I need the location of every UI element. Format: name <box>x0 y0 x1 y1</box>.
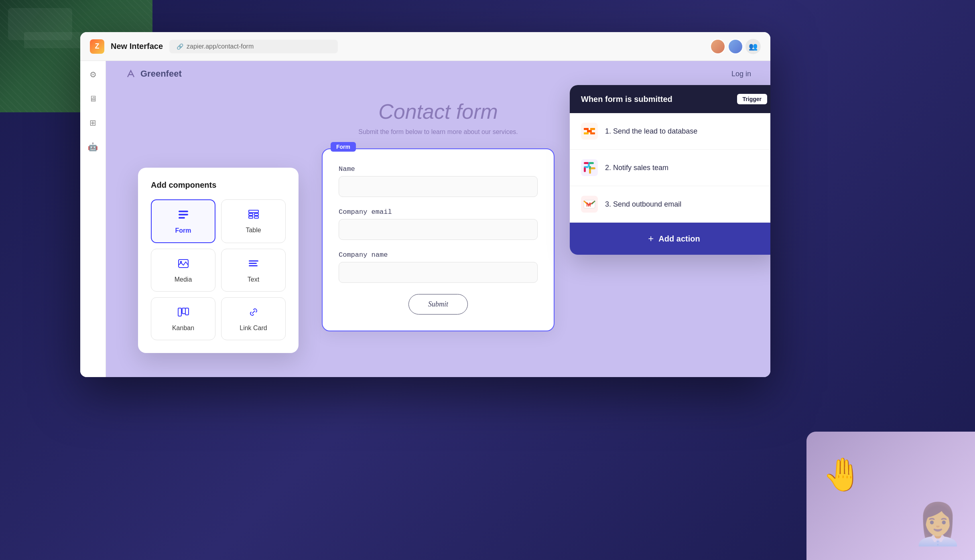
automation-panel: When form is submitted Trigger <box>570 85 770 255</box>
svg-rect-4 <box>249 213 253 215</box>
interface-header: Greenfeet Log in <box>106 61 770 87</box>
component-media[interactable]: Media <box>151 249 215 292</box>
field-email-label: Company email <box>339 208 538 216</box>
field-company-input[interactable] <box>339 262 538 283</box>
browser-window: Z New Interface 🔗 zapier.app/contact-for… <box>80 32 770 377</box>
panel-title: Add components <box>151 181 286 190</box>
sidebar-display-icon[interactable]: 🖥 <box>86 91 100 106</box>
svg-rect-20 <box>587 130 592 132</box>
svg-rect-16 <box>584 128 589 130</box>
svg-rect-12 <box>249 265 258 266</box>
browser-title: New Interface <box>111 42 163 51</box>
svg-rect-18 <box>584 132 589 134</box>
add-action-button[interactable]: + Add action <box>570 223 770 255</box>
svg-rect-11 <box>249 263 257 264</box>
avatar-user1 <box>710 39 725 54</box>
components-grid: Form Table <box>151 199 286 340</box>
svg-rect-15 <box>185 308 189 315</box>
svg-text:M: M <box>586 201 591 208</box>
url-icon: 🔗 <box>177 43 183 50</box>
form-label: Form <box>175 227 191 234</box>
svg-rect-13 <box>178 308 181 316</box>
media-label: Media <box>175 276 192 283</box>
svg-rect-26 <box>589 169 591 174</box>
text-label: Text <box>248 276 259 283</box>
field-email: Company email <box>339 208 538 240</box>
action-item-1[interactable]: 1. Send the lead to database <box>570 113 770 150</box>
action-3-label: 3. Send outbound email <box>605 200 681 209</box>
svg-rect-25 <box>591 167 595 169</box>
browser-chrome: Z New Interface 🔗 zapier.app/contact-for… <box>80 32 770 61</box>
left-sidebar: ⚙ 🖥 ⊞ 🤖 <box>80 61 106 377</box>
kanban-label: Kanban <box>172 325 194 332</box>
add-action-plus-icon: + <box>648 233 654 244</box>
brand-icon <box>125 68 136 79</box>
link-card-label: Link Card <box>240 325 267 332</box>
action-item-3[interactable]: M 3. Send outbound email <box>570 186 770 223</box>
avatar-user2 <box>728 39 743 54</box>
field-company-label: Company name <box>339 251 538 259</box>
automation-trigger-title: When form is submitted <box>581 95 672 104</box>
form-subtitle: Submit the form below to learn more abou… <box>358 128 518 136</box>
svg-rect-6 <box>249 216 253 218</box>
sidebar-components-icon[interactable]: ⊞ <box>86 116 100 130</box>
avatar-group: 👥 <box>710 39 761 54</box>
submit-button[interactable]: Submit <box>408 294 468 314</box>
sidebar-automation-icon[interactable]: 🤖 <box>86 140 100 154</box>
table-icon <box>247 208 260 223</box>
component-link-card[interactable]: Link Card <box>221 297 286 340</box>
login-button[interactable]: Log in <box>731 70 751 78</box>
svg-rect-10 <box>249 260 258 262</box>
action-1-label: 1. Send the lead to database <box>605 127 697 136</box>
svg-rect-1 <box>179 214 188 215</box>
zapier-action-icon <box>581 123 598 140</box>
svg-point-9 <box>180 261 182 263</box>
action-item-2[interactable]: 2. Notify sales team <box>570 150 770 186</box>
field-email-input[interactable] <box>339 219 538 240</box>
automation-header: When form is submitted Trigger <box>570 85 770 113</box>
svg-rect-19 <box>590 132 595 134</box>
brand-name: Greenfeet <box>140 69 182 79</box>
text-icon <box>247 257 260 273</box>
brand-logo: Greenfeet <box>125 68 182 79</box>
field-name-label: Name <box>339 165 538 173</box>
form-card: Form Name Company email Company name Sub… <box>322 148 555 331</box>
svg-rect-5 <box>254 213 258 215</box>
svg-rect-3 <box>249 210 258 213</box>
svg-rect-7 <box>254 216 258 218</box>
component-form[interactable]: Form <box>151 199 215 243</box>
svg-rect-14 <box>182 308 185 314</box>
zapier-logo: Z <box>90 39 104 54</box>
kanban-icon <box>177 306 190 321</box>
url-bar[interactable]: 🔗 zapier.app/contact-form <box>169 40 338 53</box>
svg-rect-24 <box>589 162 594 164</box>
add-components-panel: Add components Form <box>138 168 299 353</box>
hand-icon: 🤚 <box>823 456 863 493</box>
field-company: Company name <box>339 251 538 283</box>
form-badge: Form <box>331 142 356 152</box>
form-title: Contact form <box>378 99 498 124</box>
media-icon <box>177 257 190 273</box>
avatar-more[interactable]: 👥 <box>745 39 761 54</box>
component-table[interactable]: Table <box>221 199 286 243</box>
link-card-icon <box>247 306 260 321</box>
svg-rect-0 <box>179 211 188 212</box>
component-kanban[interactable]: Kanban <box>151 297 215 340</box>
svg-rect-2 <box>179 217 185 219</box>
interface-main: Greenfeet Log in Contact form Submit the… <box>106 61 770 377</box>
field-name: Name <box>339 165 538 197</box>
slack-action-icon <box>581 159 598 176</box>
sidebar-settings-icon[interactable]: ⚙ <box>86 67 100 82</box>
svg-rect-27 <box>584 167 586 172</box>
svg-rect-28 <box>584 162 589 164</box>
table-label: Table <box>246 227 261 234</box>
field-name-input[interactable] <box>339 176 538 197</box>
component-text[interactable]: Text <box>221 249 286 292</box>
trigger-badge: Trigger <box>737 94 767 104</box>
decorative-photo-bottomright: 🤚 👩‍💼 <box>806 432 975 560</box>
form-icon <box>177 208 190 224</box>
browser-content: ⚙ 🖥 ⊞ 🤖 Greenfeet Log in Contact for <box>80 61 770 377</box>
action-2-label: 2. Notify sales team <box>605 164 668 172</box>
svg-rect-17 <box>590 128 595 130</box>
add-action-label: Add action <box>658 234 700 243</box>
